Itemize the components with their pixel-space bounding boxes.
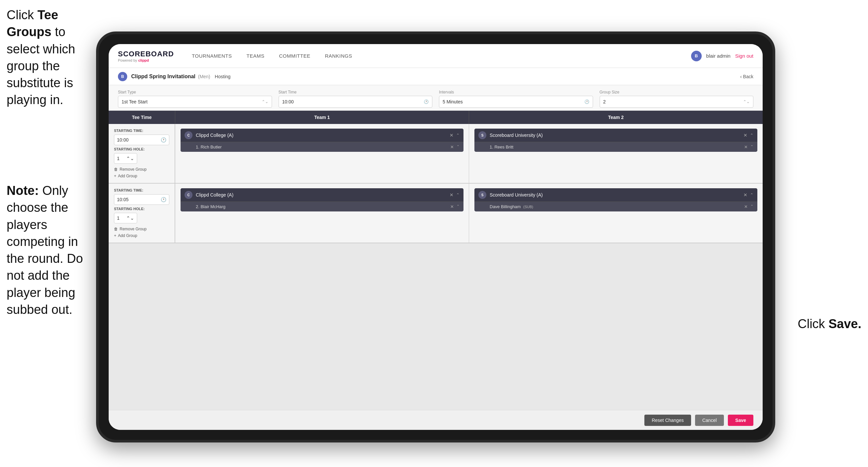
team-card-close-1-1[interactable]: ✕ bbox=[450, 133, 454, 138]
team-card-controls-1-2: ✕ ⌃ bbox=[450, 192, 460, 198]
add-group-button-1[interactable]: + Add Group bbox=[114, 174, 169, 178]
footer-bar: Reset Changes Cancel Save bbox=[108, 410, 763, 430]
starting-hole-label-1: STARTING HOLE: bbox=[114, 147, 169, 151]
starting-time-input-2[interactable]: 10:05 🕐 bbox=[114, 194, 169, 205]
hole-arrow-icon: ⌃⌄ bbox=[126, 156, 134, 161]
user-name: blair admin bbox=[706, 53, 731, 59]
start-time-label: Start Time bbox=[279, 90, 433, 94]
sign-out-link[interactable]: Sign out bbox=[735, 53, 753, 59]
trash-icon-2: 🗑 bbox=[114, 227, 118, 231]
cancel-button[interactable]: Cancel bbox=[695, 415, 724, 426]
logo-area: SCOREBOARD Powered by clippd bbox=[118, 50, 174, 62]
starting-time-input-1[interactable]: 10:00 🕐 bbox=[114, 135, 169, 145]
player-row-2-2-1: Dave Billingham (SUB) ✕ ⌃ bbox=[474, 202, 757, 211]
nav-rankings[interactable]: RANKINGS bbox=[318, 50, 360, 61]
team-card-2-2: S Scoreboard University (A) ✕ ⌃ Dave Bil… bbox=[474, 188, 757, 211]
table-row: STARTING TIME: 10:00 🕐 STARTING HOLE: 1 … bbox=[108, 124, 763, 184]
back-button[interactable]: ‹ Back bbox=[740, 74, 753, 79]
team-card-expand-1-1[interactable]: ⌃ bbox=[456, 133, 460, 138]
team-card-close-1-2[interactable]: ✕ bbox=[450, 192, 454, 198]
hole-arrow-icon-2: ⌃⌄ bbox=[126, 215, 134, 221]
team-card-icon-2-1: S bbox=[478, 131, 486, 139]
nav-tournaments[interactable]: TOURNAMENTS bbox=[185, 50, 239, 61]
nav-committee[interactable]: COMMITTEE bbox=[272, 50, 318, 61]
starting-hole-label-2: STARTING HOLE: bbox=[114, 207, 169, 211]
table-body: STARTING TIME: 10:00 🕐 STARTING HOLE: 1 … bbox=[108, 124, 763, 410]
team1-cell-2: C Clippd College (A) ✕ ⌃ 2. Blair McHarg… bbox=[175, 184, 469, 243]
starting-hole-input-2[interactable]: 1 ⌃⌄ bbox=[114, 213, 137, 224]
col-team1: Team 1 bbox=[175, 111, 469, 124]
player-expand-1-1-1[interactable]: ⌃ bbox=[457, 145, 460, 149]
team-card-header-2-2: S Scoreboard University (A) ✕ ⌃ bbox=[474, 188, 757, 202]
clock-icon-2: 🕐 bbox=[161, 197, 166, 202]
navbar: SCOREBOARD Powered by clippd TOURNAMENTS… bbox=[108, 44, 763, 68]
logo-scoreboard: SCOREBOARD bbox=[118, 50, 174, 58]
team-card-icon-1-1: C bbox=[185, 131, 192, 139]
team2-cell-2: S Scoreboard University (A) ✕ ⌃ Dave Bil… bbox=[469, 184, 763, 243]
team-card-controls-2-2: ✕ ⌃ bbox=[743, 192, 753, 198]
player-controls-1-2-1: ✕ ⌃ bbox=[450, 204, 460, 209]
player-close-1-2-1[interactable]: ✕ bbox=[450, 204, 454, 209]
player-name-2-1-1: 1. Rees Britt bbox=[490, 145, 744, 149]
user-avatar: B bbox=[691, 51, 702, 61]
nav-teams[interactable]: TEAMS bbox=[239, 50, 272, 61]
start-type-input[interactable]: 1st Tee Start ⌃⌄ bbox=[118, 96, 272, 108]
starting-hole-input-1[interactable]: 1 ⌃⌄ bbox=[114, 153, 137, 164]
team-card-close-2-1[interactable]: ✕ bbox=[743, 133, 747, 138]
player-row-2-1-1: 1. Rees Britt ✕ ⌃ bbox=[474, 142, 757, 152]
plus-icon-2: + bbox=[114, 233, 116, 238]
add-group-button-2[interactable]: + Add Group bbox=[114, 233, 169, 238]
player-controls-1-1-1: ✕ ⌃ bbox=[450, 145, 460, 149]
team-card-expand-2-2[interactable]: ⌃ bbox=[750, 193, 753, 197]
player-expand-2-2-1[interactable]: ⌃ bbox=[750, 204, 753, 209]
breadcrumb-icon: B bbox=[118, 72, 127, 81]
team-card-controls-1-1: ✕ ⌃ bbox=[450, 133, 460, 138]
reset-changes-button[interactable]: Reset Changes bbox=[644, 415, 691, 426]
team-card-header-1-2: C Clippd College (A) ✕ ⌃ bbox=[181, 188, 464, 202]
player-name-2-2-1: Dave Billingham (SUB) bbox=[490, 204, 744, 209]
group-size-input[interactable]: 2 ⌃⌄ bbox=[600, 96, 754, 108]
player-expand-1-2-1[interactable]: ⌃ bbox=[457, 204, 460, 209]
team-card-expand-2-1[interactable]: ⌃ bbox=[750, 133, 753, 138]
sub-badge: (SUB) bbox=[523, 205, 533, 209]
player-controls-2-1-1: ✕ ⌃ bbox=[744, 145, 753, 149]
team-card-expand-1-2[interactable]: ⌃ bbox=[456, 193, 460, 197]
instruction-note: Note: Only choose the players competing … bbox=[0, 176, 103, 325]
player-name-1-1-1: 1. Rich Butler bbox=[196, 145, 450, 149]
start-type-label: Start Type bbox=[118, 90, 272, 94]
player-expand-2-1-1[interactable]: ⌃ bbox=[750, 145, 753, 149]
team-card-name-1-2: Clippd College (A) bbox=[196, 192, 446, 198]
intervals-arrow: 🕐 bbox=[584, 99, 589, 104]
player-row-1-1-1: 1. Rich Butler ✕ ⌃ bbox=[181, 142, 464, 152]
player-name-1-2-1: 2. Blair McHarg bbox=[196, 204, 450, 209]
team-card-1-2: C Clippd College (A) ✕ ⌃ 2. Blair McHarg… bbox=[181, 188, 464, 211]
team-card-header-2-1: S Scoreboard University (A) ✕ ⌃ bbox=[474, 128, 757, 142]
tablet-screen: SCOREBOARD Powered by clippd TOURNAMENTS… bbox=[108, 44, 763, 430]
team-card-close-2-2[interactable]: ✕ bbox=[743, 192, 747, 198]
team-card-name-1-1: Clippd College (A) bbox=[196, 133, 446, 138]
hosting-badge: Hosting bbox=[215, 74, 230, 79]
start-time-arrow: 🕐 bbox=[424, 99, 429, 104]
starting-time-label-2: STARTING TIME: bbox=[114, 188, 169, 192]
nav-right: B blair admin Sign out bbox=[691, 51, 753, 61]
player-close-1-1-1[interactable]: ✕ bbox=[450, 145, 454, 149]
player-close-2-1-1[interactable]: ✕ bbox=[744, 145, 748, 149]
starting-time-label-1: STARTING TIME: bbox=[114, 128, 169, 133]
start-time-input[interactable]: 10:00 🕐 bbox=[279, 96, 433, 108]
team-card-controls-2-1: ✕ ⌃ bbox=[743, 133, 753, 138]
start-time-group: Start Time 10:00 🕐 bbox=[279, 90, 433, 108]
remove-group-button-1[interactable]: 🗑 Remove Group bbox=[114, 167, 169, 172]
intervals-input[interactable]: 5 Minutes 🕐 bbox=[439, 96, 593, 108]
tee-cell-1: STARTING TIME: 10:00 🕐 STARTING HOLE: 1 … bbox=[108, 124, 175, 183]
intervals-group: Intervals 5 Minutes 🕐 bbox=[439, 90, 593, 108]
player-close-2-2-1[interactable]: ✕ bbox=[744, 204, 748, 209]
team1-cell-1: C Clippd College (A) ✕ ⌃ 1. Rich Butler … bbox=[175, 124, 469, 183]
table-header: Tee Time Team 1 Team 2 bbox=[108, 111, 763, 124]
save-button[interactable]: Save bbox=[728, 415, 753, 426]
trash-icon: 🗑 bbox=[114, 167, 118, 172]
group-size-label: Group Size bbox=[600, 90, 754, 94]
remove-group-button-2[interactable]: 🗑 Remove Group bbox=[114, 227, 169, 231]
col-tee-time: Tee Time bbox=[108, 111, 175, 124]
clock-icon: 🕐 bbox=[161, 137, 166, 143]
team-card-icon-2-2: S bbox=[478, 191, 486, 199]
